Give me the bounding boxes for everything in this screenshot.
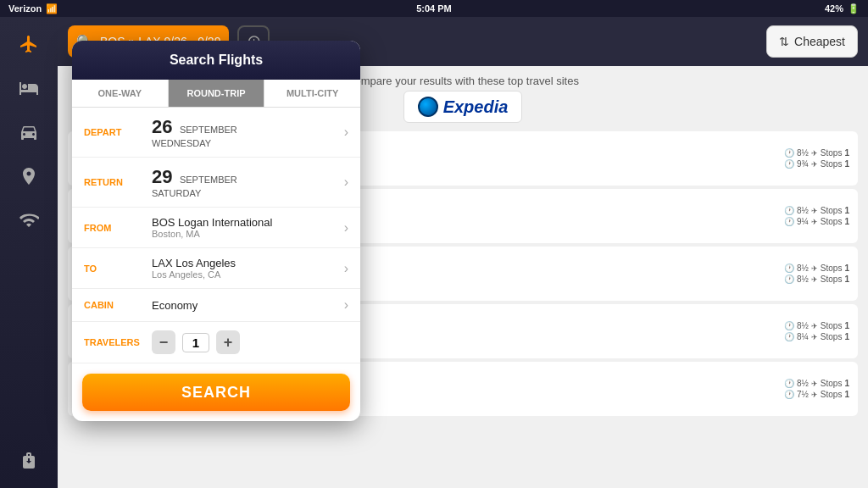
stops-count-2: 1 [844, 217, 849, 226]
meta-row-1: 🕐 8½ ✈ Stops 1 [784, 321, 849, 330]
return-value: 29 SEPTEMBER SATURDAY [152, 166, 344, 198]
expedia-name: Expedia [443, 97, 509, 117]
stops-label-2: Stops [821, 274, 843, 284]
sidebar-item-cars[interactable] [10, 114, 47, 151]
depart-chevron: › [344, 125, 348, 140]
clock-icon-2: 🕐 [784, 390, 794, 399]
travelers-controls: − + [152, 330, 240, 354]
clock-icon-1: 🕐 [784, 263, 794, 273]
sidebar-item-explore[interactable] [10, 158, 47, 195]
carrier-label: Verizon [8, 3, 42, 14]
flight-meta: 🕐 8½ ✈ Stops 1 🕐 9¾ ✈ Stops 1 [784, 148, 849, 169]
sidebar [0, 17, 58, 488]
clock-icon-1: 🕐 [784, 148, 794, 158]
stops-icon-1: ✈ [811, 207, 818, 215]
stops-label-2: Stops [821, 390, 843, 399]
stops-icon-1: ✈ [811, 149, 818, 158]
stops-icon-1: ✈ [811, 380, 818, 388]
status-right: 42% 🔋 [825, 3, 860, 14]
from-value: BOS Logan International Boston, MA [152, 216, 344, 239]
meta-row-1: 🕐 8½ ✈ Stops 1 [784, 148, 849, 158]
meta-row-1: 🕐 8½ ✈ Stops 1 [784, 379, 849, 388]
stops-count-1: 1 [844, 321, 849, 330]
return-row[interactable]: RETURN 29 SEPTEMBER SATURDAY › [72, 158, 360, 208]
to-value: LAX Los Angeles Los Angeles, CA [152, 257, 344, 280]
clock-icon-2: 🕐 [784, 274, 794, 284]
return-month: SEPTEMBER [180, 175, 237, 185]
depart-row[interactable]: DEPART 26 SEPTEMBER WEDNESDAY › [72, 108, 360, 158]
return-chevron: › [344, 175, 348, 190]
clock-icon-2: 🕐 [784, 159, 794, 169]
clock-icon-1: 🕐 [784, 379, 794, 388]
meta-row-2: 🕐 9¾ ✈ Stops 1 [784, 159, 849, 169]
to-label: TO [84, 263, 152, 274]
flight-meta: 🕐 8½ ✈ Stops 1 🕐 9¼ ✈ Stops 1 [784, 206, 849, 226]
trip-type-oneway[interactable]: ONE-WAY [72, 80, 169, 107]
depart-dow: WEDNESDAY [152, 138, 344, 148]
depart-value: 26 SEPTEMBER WEDNESDAY [152, 116, 344, 148]
seg2-dur: 9¾ [797, 159, 809, 169]
cabin-row[interactable]: CABIN Economy › [72, 289, 360, 322]
stops-label-1: Stops [821, 206, 843, 215]
to-chevron: › [344, 261, 348, 276]
travelers-label: TRAVELERS [84, 337, 152, 347]
cabin-main: Economy [152, 299, 344, 312]
from-row[interactable]: FROM BOS Logan International Boston, MA … [72, 208, 360, 248]
from-main: BOS Logan International [152, 216, 344, 229]
depart-day: 26 [152, 116, 172, 137]
sidebar-item-luggage[interactable] [10, 442, 47, 480]
seg2-dur: 7½ [797, 390, 809, 399]
trip-type-multicity[interactable]: MULTI-CITY [264, 80, 360, 107]
meta-row-2: 🕐 9¼ ✈ Stops 1 [784, 217, 849, 226]
travelers-plus-button[interactable]: + [216, 330, 240, 354]
return-day: 29 [152, 166, 172, 187]
cheapest-button[interactable]: ⇅ Cheapest [766, 25, 858, 58]
depart-month: SEPTEMBER [180, 125, 237, 135]
cabin-label: CABIN [84, 300, 152, 310]
flight-meta: 🕐 8½ ✈ Stops 1 🕐 8¼ ✈ Stops 1 [784, 321, 849, 341]
stops-icon-2: ✈ [811, 333, 818, 341]
seg2-dur: 9¼ [797, 217, 809, 226]
travelers-minus-button[interactable]: − [152, 330, 175, 354]
seg1-dur: 8½ [797, 379, 809, 388]
stops-icon-1: ✈ [811, 264, 818, 273]
seg1-dur: 8½ [797, 206, 809, 215]
seg2-dur: 8½ [797, 274, 809, 284]
stops-count-1: 1 [844, 206, 849, 215]
meta-row-1: 🕐 8½ ✈ Stops 1 [784, 263, 849, 273]
travelers-input[interactable] [182, 333, 209, 352]
flight-meta: 🕐 8½ ✈ Stops 1 🕐 8½ ✈ Stops 1 [784, 263, 849, 284]
stops-icon-1: ✈ [811, 322, 818, 330]
travelers-row: TRAVELERS − + [72, 322, 360, 363]
depart-label: DEPART [84, 127, 152, 137]
flight-meta: 🕐 8½ ✈ Stops 1 🕐 7½ ✈ Stops 1 [784, 379, 849, 399]
sort-icon: ⇅ [779, 35, 789, 48]
stops-icon-2: ✈ [811, 275, 818, 284]
stops-label-1: Stops [821, 321, 843, 330]
expedia-globe-icon [418, 97, 438, 117]
battery-icon: 🔋 [848, 3, 860, 14]
status-left: Verizon 📶 [8, 3, 58, 14]
meta-row-2: 🕐 7½ ✈ Stops 1 [784, 390, 849, 399]
stops-label-1: Stops [821, 263, 843, 273]
from-sub: Boston, MA [152, 229, 344, 239]
meta-row-2: 🕐 8¼ ✈ Stops 1 [784, 332, 849, 341]
expedia-logo[interactable]: Expedia [403, 91, 523, 123]
stops-icon-2: ✈ [811, 218, 818, 226]
stops-label-2: Stops [821, 159, 843, 169]
clock-icon-2: 🕐 [784, 332, 794, 341]
modal-title: Search Flights [170, 53, 263, 67]
cabin-chevron: › [344, 297, 348, 313]
seg1-dur: 8½ [797, 148, 809, 158]
to-main: LAX Los Angeles [152, 257, 344, 269]
sidebar-item-wifi[interactable] [10, 202, 47, 239]
sidebar-item-hotels[interactable] [10, 69, 47, 107]
stops-label-2: Stops [821, 332, 843, 341]
trip-type-roundtrip[interactable]: ROUND-TRIP [169, 80, 265, 107]
stops-count-2: 1 [844, 159, 849, 169]
search-button[interactable]: SEARCH [82, 374, 350, 411]
clock-icon-1: 🕐 [784, 321, 794, 330]
to-row[interactable]: TO LAX Los Angeles Los Angeles, CA › [72, 248, 360, 289]
stops-label-1: Stops [821, 148, 843, 158]
sidebar-item-flights[interactable] [10, 25, 47, 63]
